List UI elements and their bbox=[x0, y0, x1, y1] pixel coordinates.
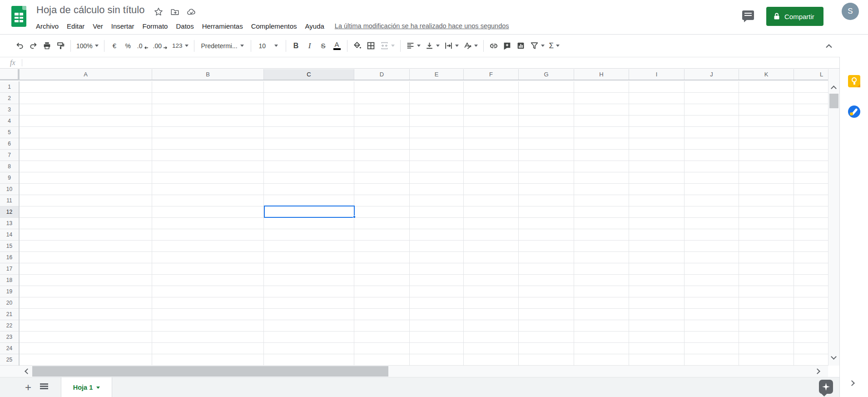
hide-toolbar-button[interactable] bbox=[823, 40, 835, 52]
move-to-folder-icon[interactable] bbox=[170, 7, 180, 17]
menu-ayuda[interactable]: Ayuda bbox=[301, 21, 328, 31]
add-sheet-button[interactable]: + bbox=[22, 381, 35, 394]
vertical-align-button[interactable] bbox=[423, 39, 442, 53]
horizontal-scroll-thumb[interactable] bbox=[32, 366, 388, 377]
share-button[interactable]: Compartir bbox=[766, 7, 823, 26]
borders-button[interactable] bbox=[364, 39, 378, 53]
insert-chart-button[interactable] bbox=[514, 39, 528, 53]
row-header-25[interactable]: 25 bbox=[0, 354, 19, 366]
zoom-select[interactable]: 100% bbox=[74, 39, 101, 53]
filter-button[interactable] bbox=[528, 39, 547, 53]
text-color-button[interactable]: A bbox=[330, 39, 344, 53]
format-percent-button[interactable]: % bbox=[121, 39, 135, 53]
text-wrap-button[interactable] bbox=[442, 39, 461, 53]
menu-insertar[interactable]: Insertar bbox=[107, 21, 139, 31]
bold-button[interactable]: B bbox=[289, 39, 303, 53]
menu-ver[interactable]: Ver bbox=[89, 21, 107, 31]
keep-icon[interactable] bbox=[848, 75, 860, 87]
formula-input[interactable] bbox=[22, 57, 839, 68]
column-header-I[interactable]: I bbox=[629, 69, 684, 80]
row-header-22[interactable]: 22 bbox=[0, 320, 19, 332]
row-header-13[interactable]: 13 bbox=[0, 218, 19, 229]
row-header-5[interactable]: 5 bbox=[0, 127, 19, 138]
row-header-18[interactable]: 18 bbox=[0, 275, 19, 286]
row-header-15[interactable]: 15 bbox=[0, 241, 19, 252]
row-header-20[interactable]: 20 bbox=[0, 297, 19, 309]
column-header-C[interactable]: C bbox=[264, 69, 354, 80]
row-header-14[interactable]: 14 bbox=[0, 229, 19, 241]
row-header-12[interactable]: 12 bbox=[0, 206, 19, 218]
row-header-19[interactable]: 19 bbox=[0, 286, 19, 297]
sheet-tab-menu-icon[interactable] bbox=[96, 387, 100, 389]
scroll-up-icon[interactable] bbox=[831, 85, 837, 91]
decrease-decimals-button[interactable]: .0 bbox=[135, 39, 151, 53]
column-header-H[interactable]: H bbox=[574, 69, 629, 80]
column-header-A[interactable]: A bbox=[20, 69, 152, 80]
scroll-down-icon[interactable] bbox=[831, 354, 837, 360]
row-header-24[interactable]: 24 bbox=[0, 343, 19, 354]
row-header-17[interactable]: 17 bbox=[0, 263, 19, 275]
side-panel-expand-icon[interactable] bbox=[849, 380, 855, 386]
paint-format-button[interactable] bbox=[54, 39, 67, 53]
print-button[interactable] bbox=[40, 39, 54, 53]
sheet-tab-hoja1[interactable]: Hoja 1 bbox=[61, 377, 112, 397]
menu-editar[interactable]: Editar bbox=[63, 21, 89, 31]
column-header-J[interactable]: J bbox=[684, 69, 739, 80]
redo-button[interactable] bbox=[26, 39, 40, 53]
account-avatar[interactable]: S bbox=[842, 3, 859, 20]
document-status-cloud-icon[interactable] bbox=[186, 7, 196, 17]
scroll-left-icon[interactable] bbox=[25, 368, 30, 374]
row-header-21[interactable]: 21 bbox=[0, 309, 19, 320]
row-header-7[interactable]: 7 bbox=[0, 150, 19, 161]
open-comments-icon[interactable] bbox=[742, 10, 754, 20]
menu-complementos[interactable]: Complementos bbox=[247, 21, 301, 31]
vertical-scroll-thumb[interactable] bbox=[829, 94, 838, 108]
row-header-9[interactable]: 9 bbox=[0, 172, 19, 184]
format-currency-button[interactable]: € bbox=[108, 39, 121, 53]
all-sheets-button[interactable] bbox=[40, 383, 48, 391]
column-header-L[interactable]: L bbox=[794, 69, 828, 80]
italic-button[interactable]: I bbox=[303, 39, 317, 53]
menu-herramientas[interactable]: Herramientas bbox=[198, 21, 247, 31]
increase-decimals-button[interactable]: .00 bbox=[151, 39, 170, 53]
fill-handle[interactable] bbox=[353, 216, 356, 218]
column-header-E[interactable]: E bbox=[410, 69, 464, 80]
scroll-right-icon[interactable] bbox=[814, 368, 820, 374]
row-header-2[interactable]: 2 bbox=[0, 93, 19, 104]
horizontal-align-button[interactable] bbox=[404, 39, 423, 53]
column-header-F[interactable]: F bbox=[464, 69, 519, 80]
more-formats-button[interactable]: 123 bbox=[170, 39, 191, 53]
menu-datos[interactable]: Datos bbox=[172, 21, 198, 31]
insert-comment-button[interactable] bbox=[501, 39, 514, 53]
row-header-10[interactable]: 10 bbox=[0, 184, 19, 195]
last-modified-link[interactable]: La última modificación se ha realizado h… bbox=[335, 22, 509, 30]
star-icon[interactable] bbox=[154, 7, 164, 17]
column-header-B[interactable]: B bbox=[152, 69, 264, 80]
functions-button[interactable]: Σ bbox=[547, 39, 562, 53]
column-header-G[interactable]: G bbox=[519, 69, 574, 80]
undo-button[interactable] bbox=[13, 39, 26, 53]
row-header-8[interactable]: 8 bbox=[0, 161, 19, 172]
menu-archivo[interactable]: Archivo bbox=[32, 21, 63, 31]
column-header-K[interactable]: K bbox=[739, 69, 794, 80]
font-size-select[interactable]: 10 bbox=[254, 39, 283, 53]
row-header-11[interactable]: 11 bbox=[0, 195, 19, 206]
merge-cells-button[interactable] bbox=[378, 39, 397, 53]
row-header-3[interactable]: 3 bbox=[0, 104, 19, 116]
row-header-23[interactable]: 23 bbox=[0, 332, 19, 343]
explore-button[interactable] bbox=[819, 380, 833, 394]
fill-color-button[interactable] bbox=[351, 39, 364, 53]
grid-canvas[interactable] bbox=[20, 81, 828, 366]
strikethrough-button[interactable]: S bbox=[317, 39, 330, 53]
sheets-logo-icon[interactable] bbox=[11, 6, 26, 27]
row-header-6[interactable]: 6 bbox=[0, 138, 19, 150]
horizontal-scrollbar[interactable] bbox=[0, 366, 828, 377]
row-header-1[interactable]: 1 bbox=[0, 81, 19, 93]
font-family-select[interactable]: Predetermi... bbox=[198, 39, 248, 53]
select-all-corner[interactable] bbox=[0, 69, 20, 80]
row-header-16[interactable]: 16 bbox=[0, 252, 19, 263]
vertical-scrollbar[interactable] bbox=[828, 69, 839, 366]
text-rotation-button[interactable] bbox=[461, 39, 480, 53]
insert-link-button[interactable] bbox=[487, 39, 501, 53]
document-title[interactable]: Hoja de cálculo sin título bbox=[36, 4, 144, 16]
